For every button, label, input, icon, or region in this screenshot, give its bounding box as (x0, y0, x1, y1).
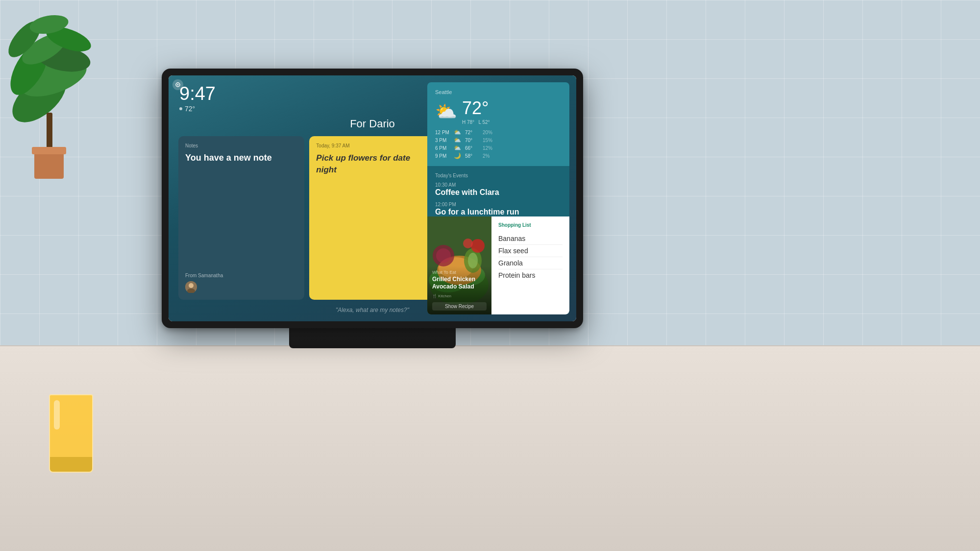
forecast-row-1: 3 PM ⛅ 70° 15% (435, 137, 562, 144)
forecast-row-0: 12 PM ⛅ 72° 20% (435, 129, 562, 136)
svg-point-29 (471, 239, 485, 253)
forecast-icon-2: ⛅ (454, 144, 461, 151)
countertop (0, 345, 980, 551)
note-sender-avatar (185, 281, 197, 293)
sticky-label: Today, 9:37 AM (316, 143, 428, 148)
svg-rect-8 (47, 113, 52, 152)
juice-glass (44, 384, 98, 473)
shopping-list-label: Shopping List (498, 222, 563, 228)
recipe-image: What To Eat Grilled Chicken Avocado Sala… (427, 216, 491, 314)
recipe-attribution: 🍴 Kitchen (432, 294, 487, 298)
svg-point-28 (436, 248, 451, 263)
weather-temp: 72° (462, 98, 490, 119)
recipe-what-label: What To Eat (432, 270, 487, 275)
weather-widget[interactable]: Seattle ⛅ 72° H 78° L 52° (427, 82, 569, 166)
weather-city: Seattle (435, 89, 562, 95)
weather-hi-lo: H 78° L 52° (462, 120, 490, 125)
monitor-stand (289, 326, 456, 348)
recipe-card[interactable]: What To Eat Grilled Chicken Avocado Sala… (427, 216, 491, 314)
forecast-icon-0: ⛅ (454, 129, 461, 136)
svg-point-30 (463, 239, 473, 248)
event-item-1: 12:00 PM Go for a lunchtime run (435, 202, 562, 216)
note-title: You have a new note (185, 152, 297, 269)
weather-icon: ⛅ (435, 101, 457, 122)
recipe-overlay: What To Eat Grilled Chicken Avocado Sala… (427, 266, 491, 314)
shopping-item-2: Granola (498, 257, 563, 269)
sticky-text: Pick up flowers for date night (316, 152, 428, 176)
svg-point-17 (189, 283, 194, 288)
note-label: Notes (185, 143, 297, 148)
forecast-row-3: 9 PM 🌙 58° 2% (435, 152, 562, 159)
kitchen-icon: 🍴 (432, 294, 437, 298)
forecast-row-2: 6 PM ⛅ 66° 12% (435, 144, 562, 151)
events-label: Today's Events (435, 173, 562, 178)
shopping-item-3: Protein bars (498, 269, 563, 281)
forecast-icon-1: ⛅ (454, 137, 461, 144)
sticky-note-card[interactable]: Today, 9:37 AM Pick up flowers for date … (309, 136, 435, 300)
echo-show-screen: 9:47 72° Hi, Dario (169, 75, 576, 321)
note-from: From Samanatha (185, 273, 297, 278)
shopping-list-card[interactable]: Shopping List Bananas Flax seed Granola … (491, 216, 569, 314)
shopping-item-1: Flax seed (498, 245, 563, 257)
svg-rect-10 (32, 147, 66, 154)
show-recipe-button[interactable]: Show Recipe (432, 302, 487, 311)
event-item-0: 10:30 AM Coffee with Clara (435, 182, 562, 197)
weather-forecast: 12 PM ⛅ 72° 20% 3 PM ⛅ 70° 15% 6 PM (435, 129, 562, 159)
recipe-title: Grilled Chicken Avocado Salad (432, 276, 487, 291)
weather-main: ⛅ 72° H 78° L 52° (435, 98, 562, 125)
temp-dot (179, 107, 182, 110)
bottom-right-row: What To Eat Grilled Chicken Avocado Sala… (427, 216, 569, 314)
plant-decoration (0, 0, 108, 186)
forecast-icon-3: 🌙 (454, 152, 461, 159)
monitor-bezel: 9:47 72° Hi, Dario (169, 75, 576, 321)
shopping-item-0: Bananas (498, 233, 563, 245)
note-card[interactable]: Notes You have a new note From Samanatha (178, 136, 304, 300)
monitor-frame: 9:47 72° Hi, Dario (162, 69, 583, 328)
